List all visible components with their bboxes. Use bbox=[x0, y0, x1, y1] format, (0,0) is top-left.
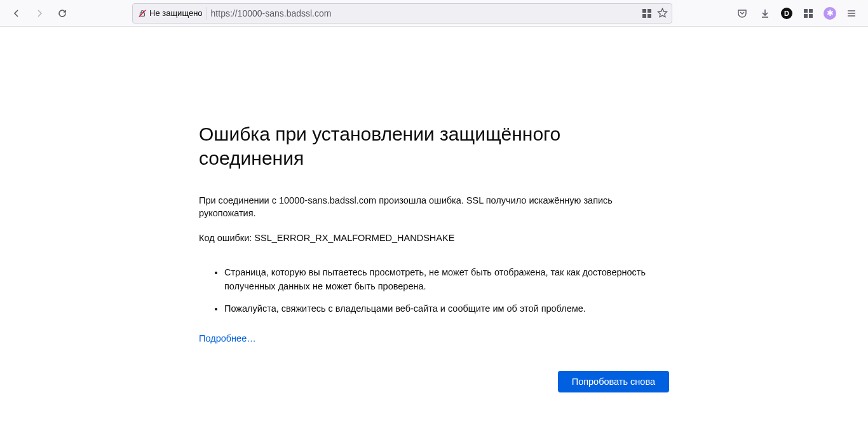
error-actions: Попробовать снова bbox=[199, 371, 669, 392]
error-message: При соединении с 10000-sans.badssl.com п… bbox=[199, 194, 669, 220]
downloads-button[interactable] bbox=[755, 3, 775, 24]
error-code-label: Код ошибки: bbox=[199, 233, 252, 243]
svg-rect-9 bbox=[809, 14, 813, 18]
svg-rect-3 bbox=[648, 9, 651, 13]
error-page: Ошибка при установлении защищённого соед… bbox=[186, 122, 682, 392]
toolbar-right: D ✱ bbox=[732, 3, 862, 24]
svg-rect-7 bbox=[809, 9, 813, 13]
back-button[interactable] bbox=[6, 3, 27, 24]
pocket-button[interactable] bbox=[732, 3, 752, 24]
url-bar[interactable]: Не защищено bbox=[132, 3, 672, 24]
list-item: Пожалуйста, свяжитесь с владельцами веб-… bbox=[224, 302, 669, 316]
lock-insecure-icon bbox=[138, 9, 147, 18]
error-code: SSL_ERROR_RX_MALFORMED_HANDSHAKE bbox=[254, 233, 454, 243]
list-item: Страница, которую вы пытаетесь просмотре… bbox=[224, 266, 669, 294]
reload-button[interactable] bbox=[52, 3, 72, 24]
extension-snowflake-icon[interactable]: ✱ bbox=[821, 4, 839, 22]
security-chip[interactable]: Не защищено bbox=[137, 7, 207, 20]
app-menu-button[interactable] bbox=[841, 3, 862, 24]
svg-rect-4 bbox=[642, 14, 646, 18]
svg-rect-6 bbox=[804, 9, 808, 13]
svg-rect-8 bbox=[804, 14, 808, 18]
svg-rect-2 bbox=[642, 9, 646, 13]
security-label: Не защищено bbox=[149, 8, 203, 18]
extension-grid-icon[interactable] bbox=[798, 3, 818, 24]
browser-toolbar: Не защищено D ✱ bbox=[0, 0, 868, 27]
url-input[interactable] bbox=[211, 8, 638, 18]
error-code-line: Код ошибки: SSL_ERROR_RX_MALFORMED_HANDS… bbox=[199, 232, 669, 244]
more-info-link[interactable]: Подробнее… bbox=[199, 333, 256, 343]
svg-rect-5 bbox=[648, 14, 651, 18]
error-details-list: Страница, которую вы пытаетесь просмотре… bbox=[199, 266, 669, 316]
forward-button[interactable] bbox=[29, 3, 50, 24]
retry-button[interactable]: Попробовать снова bbox=[558, 371, 669, 392]
error-title: Ошибка при установлении защищённого соед… bbox=[199, 122, 669, 170]
qr-icon[interactable] bbox=[642, 8, 652, 18]
extension-d-icon[interactable]: D bbox=[778, 4, 796, 22]
urlbar-actions bbox=[642, 8, 668, 18]
bookmark-star-icon[interactable] bbox=[657, 8, 668, 18]
